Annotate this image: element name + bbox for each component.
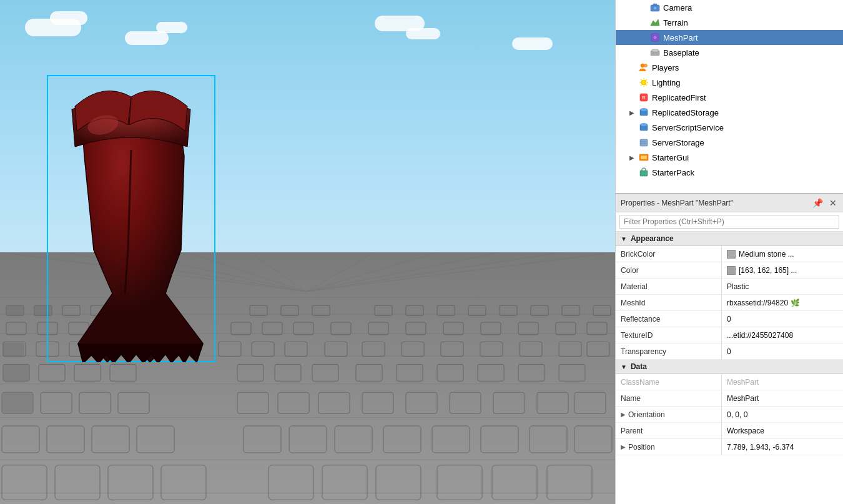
explorer-icon-serverscriptservice	[638, 122, 649, 133]
svg-point-124	[641, 64, 644, 67]
prop-section-appearance[interactable]: ▼Appearance	[616, 232, 843, 246]
prop-value-textureid[interactable]: ...etid://2455027408	[722, 331, 843, 340]
prop-name-label: Reflectance	[616, 311, 722, 327]
explorer-icon-startergui	[638, 152, 649, 163]
svg-rect-120	[653, 4, 657, 6]
explorer-panel[interactable]: CameraTerrainMeshPartBaseplatePlayersLig…	[616, 0, 843, 194]
svg-point-125	[644, 64, 648, 67]
close-button[interactable]: ✕	[828, 198, 838, 208]
prop-name-label: ▶Position	[616, 439, 722, 455]
section-label: Appearance	[631, 234, 674, 243]
explorer-item-serverstorage[interactable]: ServerStorage	[616, 135, 843, 150]
prop-row-reflectance[interactable]: Reflectance0	[616, 311, 843, 327]
explorer-icon-starterpack	[638, 167, 649, 178]
prop-row-position[interactable]: ▶Position7.789, 1.943, -6.374	[616, 439, 843, 455]
explorer-label-baseplate: Baseplate	[663, 48, 699, 57]
right-panel: CameraTerrainMeshPartBaseplatePlayersLig…	[615, 0, 843, 504]
pin-button[interactable]: 📌	[811, 198, 824, 208]
explorer-item-camera[interactable]: Camera	[616, 0, 843, 15]
explorer-label-serverscriptservice: ServerScriptService	[652, 123, 724, 132]
svg-point-138	[640, 109, 648, 112]
explorer-item-replicatedstorage[interactable]: ▶ReplicatedStorage	[616, 105, 843, 120]
prop-name-label: Material	[616, 279, 722, 294]
explorer-label-serverstorage: ServerStorage	[652, 138, 704, 147]
prop-name-label: Color	[616, 262, 722, 278]
explorer-label-starterpack: StarterPack	[652, 168, 694, 177]
explorer-item-serverscriptservice[interactable]: ServerScriptService	[616, 120, 843, 135]
expand-arrow[interactable]: ▶	[621, 443, 626, 450]
explorer-arrow-replicatedstorage[interactable]: ▶	[629, 109, 638, 116]
filter-bar	[616, 212, 843, 232]
prop-row-parent[interactable]: ParentWorkspace	[616, 423, 843, 439]
svg-point-126	[641, 80, 646, 85]
prop-row-orientation[interactable]: ▶Orientation0, 0, 0	[616, 407, 843, 423]
svg-text:R: R	[642, 95, 646, 101]
cloud	[125, 31, 169, 45]
prop-section-data[interactable]: ▼Data	[616, 360, 843, 374]
svg-rect-115	[4, 365, 29, 380]
explorer-item-lighting[interactable]: Lighting	[616, 75, 843, 90]
prop-name-label: ▶Orientation	[616, 407, 722, 422]
svg-line-131	[641, 79, 642, 81]
explorer-label-terrain: Terrain	[663, 18, 688, 27]
cloud	[50, 11, 87, 25]
prop-row-name[interactable]: NameMeshPart	[616, 390, 843, 407]
prop-row-transparency[interactable]: Transparency0	[616, 343, 843, 360]
prop-value-orientation[interactable]: 0, 0, 0	[722, 410, 843, 419]
svg-line-134	[641, 85, 642, 86]
explorer-label-players: Players	[652, 63, 679, 72]
filter-input[interactable]	[619, 215, 839, 229]
prop-value-color[interactable]: [163, 162, 165] ...	[722, 266, 843, 275]
explorer-item-meshpart[interactable]: MeshPart	[616, 30, 843, 45]
svg-point-140	[640, 124, 648, 127]
prop-row-meshid[interactable]: MeshIdrbxassetid://94820🌿	[616, 295, 843, 311]
explorer-item-startergui[interactable]: ▶StarterGui	[616, 150, 843, 165]
cloud	[156, 22, 187, 33]
explorer-icon-serverstorage	[638, 137, 649, 148]
explorer-icon-players	[638, 62, 649, 73]
explorer-item-starterpack[interactable]: StarterPack	[616, 165, 843, 180]
explorer-label-replicatedstorage: ReplicatedStorage	[652, 108, 719, 117]
properties-title: Properties - MeshPart "MeshPart"	[621, 199, 733, 207]
prop-value-brickcolor[interactable]: Medium stone ...	[722, 250, 843, 259]
explorer-item-replicatedfirst[interactable]: RReplicatedFirst	[616, 90, 843, 105]
explorer-icon-lighting	[638, 77, 649, 88]
prop-value-material[interactable]: Plastic	[722, 282, 843, 291]
properties-body: ▼AppearanceBrickColorMedium stone ...Col…	[616, 232, 843, 504]
explorer-label-lighting: Lighting	[652, 78, 681, 87]
color-swatch	[727, 266, 736, 275]
viewport	[0, 0, 615, 504]
section-chevron: ▼	[621, 363, 627, 370]
prop-row-textureid[interactable]: TextureID...etid://2455027408	[616, 327, 843, 343]
prop-value-transparency[interactable]: 0	[722, 347, 843, 356]
explorer-item-baseplate[interactable]: Baseplate	[616, 45, 843, 60]
prop-value-position[interactable]: 7.789, 1.943, -6.374	[722, 443, 843, 452]
prop-name-label: ClassName	[616, 374, 722, 390]
prop-value-reflectance[interactable]: 0	[722, 315, 843, 324]
prop-value-parent[interactable]: Workspace	[722, 427, 843, 435]
prop-name-label: Parent	[616, 423, 722, 438]
prop-row-material[interactable]: MaterialPlastic	[616, 279, 843, 295]
prop-row-brickcolor[interactable]: BrickColorMedium stone ...	[616, 246, 843, 262]
svg-rect-141	[640, 139, 648, 146]
prop-row-color[interactable]: Color[163, 162, 165] ...	[616, 262, 843, 279]
prop-row-classname[interactable]: ClassNameMeshPart	[616, 374, 843, 390]
explorer-item-terrain[interactable]: Terrain	[616, 15, 843, 30]
properties-actions: 📌 ✕	[811, 198, 838, 208]
section-label: Data	[631, 362, 647, 371]
svg-rect-116	[2, 393, 32, 413]
expand-arrow[interactable]: ▶	[621, 411, 626, 418]
mesh-id-icon[interactable]: 🌿	[791, 299, 800, 307]
explorer-icon-replicatedstorage	[638, 107, 649, 118]
explorer-arrow-startergui[interactable]: ▶	[629, 154, 638, 161]
explorer-label-camera: Camera	[663, 3, 692, 12]
explorer-item-players[interactable]: Players	[616, 60, 843, 75]
color-swatch	[727, 250, 736, 259]
mesh-id-text: rbxassetid://94820	[727, 299, 788, 307]
prop-value-name[interactable]: MeshPart	[722, 394, 843, 403]
prop-name-label: TextureID	[616, 327, 722, 343]
prop-name-label: MeshId	[616, 295, 722, 310]
svg-rect-112	[7, 306, 23, 315]
prop-value-meshid[interactable]: rbxassetid://94820🌿	[722, 299, 843, 307]
svg-line-132	[646, 85, 648, 86]
